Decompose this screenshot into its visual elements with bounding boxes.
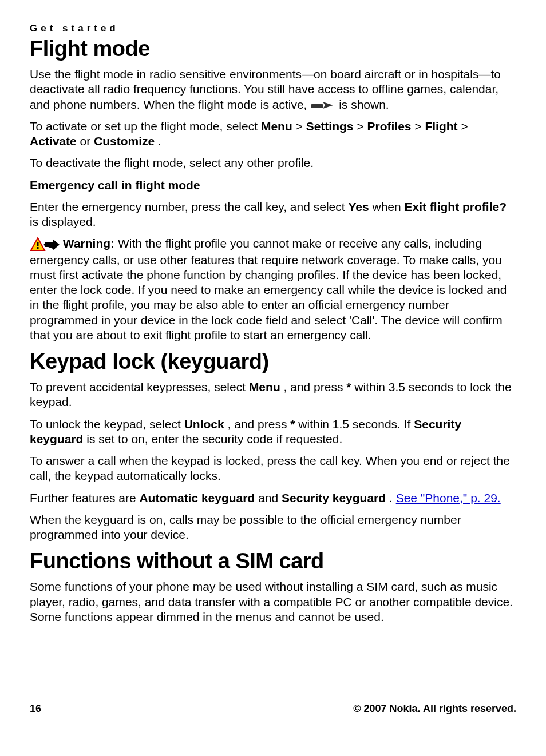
flight-intro-paragraph: Use the flight mode in radio sensitive e… (30, 67, 516, 112)
customize-label: Customize (94, 134, 155, 148)
text: Enter the emergency number, press the ca… (30, 200, 348, 213)
text: , and press (228, 417, 291, 431)
unlock-label: Unlock (184, 417, 224, 431)
activate-label: Activate (30, 134, 77, 148)
emergency-instruction-paragraph: Enter the emergency number, press the ca… (30, 200, 516, 230)
keypad-features-paragraph: Further features are Automatic keyguard … (30, 491, 516, 506)
heading-functions-without-sim: Functions without a SIM card (30, 549, 516, 574)
text: is shown. (339, 98, 389, 111)
heading-flight-mode: Flight mode (30, 37, 516, 61)
text: . (158, 134, 161, 148)
warning-text: With the flight profile you cannot make … (30, 237, 507, 341)
text: Further features are (30, 491, 139, 504)
emergency-subheading: Emergency call in flight mode (30, 178, 516, 193)
svg-rect-4 (37, 247, 39, 249)
yes-label: Yes (348, 200, 369, 213)
see-phone-link[interactable]: See "Phone," p. 29. (396, 491, 501, 504)
exit-flight-prompt-label: Exit flight profile? (405, 200, 507, 213)
page-footer: 16 © 2007 Nokia. All rights reserved. (30, 703, 516, 715)
svg-marker-1 (323, 102, 333, 109)
star-key-label: * (290, 417, 295, 431)
section-label: Get started (30, 23, 516, 34)
text: within 1.5 seconds. If (298, 417, 414, 431)
text: To prevent accidental keypresses, select (30, 380, 249, 393)
svg-rect-0 (311, 104, 323, 108)
keyguard-emergency-paragraph: When the keyguard is on, calls may be po… (30, 512, 516, 543)
warning-paragraph: Warning: With the flight profile you can… (30, 236, 516, 343)
flight-label: Flight (425, 120, 457, 133)
warning-icon (30, 237, 60, 253)
copyright-notice: © 2007 Nokia. All rights reserved. (353, 703, 516, 715)
text: is displayed. (30, 215, 96, 228)
warning-label: Warning: (63, 237, 118, 250)
text: Use the flight mode in radio sensitive e… (30, 67, 501, 111)
flight-activate-paragraph: To activate or set up the flight mode, s… (30, 119, 516, 149)
text: To activate or set up the flight mode, s… (30, 120, 261, 133)
heading-keypad-lock: Keypad lock (keyguard) (30, 349, 516, 374)
text: or (80, 134, 94, 148)
text: . (389, 491, 396, 504)
page-number: 16 (30, 703, 41, 715)
security-keyguard-label: Security keyguard (282, 491, 386, 504)
text: > (357, 120, 367, 133)
document-page: Get started Flight mode Use the flight m… (0, 0, 546, 756)
nosim-paragraph: Some functions of your phone may be used… (30, 579, 516, 624)
automatic-keyguard-label: Automatic keyguard (139, 491, 255, 504)
text: > (414, 120, 425, 133)
flight-deactivate-paragraph: To deactivate the flight mode, select an… (30, 156, 516, 170)
star-key-label: * (346, 380, 351, 393)
text: , and press (284, 380, 347, 393)
svg-marker-7 (53, 239, 60, 250)
menu-label: Menu (261, 120, 292, 133)
text: > (461, 120, 468, 133)
settings-label: Settings (306, 120, 354, 133)
text: and (258, 491, 282, 504)
text: when (372, 200, 404, 213)
keypad-unlock-paragraph: To unlock the keypad, select Unlock , an… (30, 417, 516, 447)
flight-mode-indicator-icon (310, 100, 335, 111)
text: > (296, 120, 306, 133)
profiles-label: Profiles (367, 120, 411, 133)
text: To unlock the keypad, select (30, 417, 184, 431)
keypad-lock-paragraph: To prevent accidental keypresses, select… (30, 380, 516, 410)
keypad-call-paragraph: To answer a call when the keypad is lock… (30, 453, 516, 484)
menu-label: Menu (249, 380, 280, 393)
text: is set to on, enter the security code if… (86, 432, 342, 445)
svg-rect-3 (37, 242, 39, 246)
